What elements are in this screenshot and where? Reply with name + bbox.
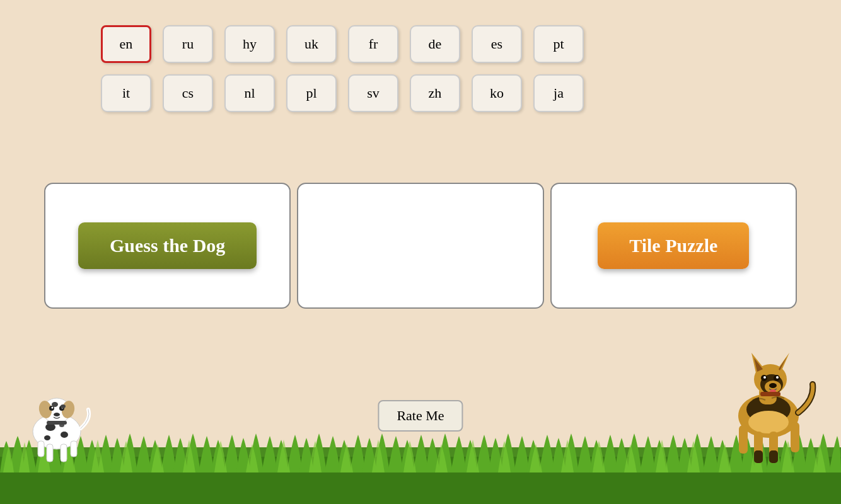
svg-point-9 (52, 407, 54, 409)
svg-rect-37 (760, 392, 780, 396)
lang-btn-nl[interactable]: nl (224, 74, 275, 112)
rate-me-button[interactable]: Rate Me (378, 400, 463, 432)
lang-btn-sv[interactable]: sv (348, 74, 398, 112)
dog-german-shepherd (721, 340, 822, 466)
svg-rect-18 (71, 441, 77, 457)
game-panel-center (297, 183, 543, 309)
lang-btn-fr[interactable]: fr (348, 25, 398, 63)
svg-rect-15 (47, 444, 53, 462)
svg-point-32 (763, 376, 766, 379)
game-panels: Guess the Dog Tile Puzzle (41, 183, 800, 309)
svg-point-3 (44, 435, 50, 440)
svg-rect-19 (47, 421, 67, 425)
svg-point-35 (769, 383, 777, 388)
svg-marker-30 (779, 357, 787, 370)
lang-btn-hy[interactable]: hy (224, 25, 275, 63)
svg-point-13 (52, 402, 58, 407)
language-row-2: itcsnlplsvzhkoja (101, 74, 740, 112)
game-panel-left: Guess the Dog (44, 183, 291, 309)
svg-point-22 (748, 411, 789, 433)
svg-rect-42 (739, 425, 748, 454)
lang-btn-cs[interactable]: cs (163, 74, 213, 112)
lang-btn-es[interactable]: es (472, 25, 522, 63)
svg-point-34 (776, 376, 779, 379)
game-panel-right: Tile Puzzle (550, 183, 797, 309)
dog-dalmatian (19, 372, 95, 460)
lang-btn-ko[interactable]: ko (472, 74, 522, 112)
lang-btn-ja[interactable]: ja (533, 74, 584, 112)
svg-point-14 (61, 404, 66, 408)
lang-btn-pt[interactable]: pt (533, 25, 584, 63)
lang-btn-de[interactable]: de (410, 25, 460, 63)
guess-the-dog-button[interactable]: Guess the Dog (78, 222, 257, 269)
svg-rect-41 (769, 450, 778, 463)
lang-btn-pl[interactable]: pl (286, 74, 337, 112)
lang-btn-uk[interactable]: uk (286, 25, 337, 63)
tile-puzzle-button[interactable]: Tile Puzzle (598, 222, 749, 269)
svg-point-2 (61, 432, 68, 438)
svg-rect-17 (38, 441, 44, 457)
lang-btn-ru[interactable]: ru (163, 25, 213, 63)
svg-rect-43 (791, 422, 799, 452)
svg-rect-16 (61, 444, 67, 462)
grass-background (0, 422, 841, 504)
lang-btn-en[interactable]: en (101, 25, 151, 63)
lang-btn-it[interactable]: it (101, 74, 151, 112)
lang-btn-zh[interactable]: zh (410, 74, 460, 112)
language-section: enruhyukfrdeespt itcsnlplsvzhkoja (101, 25, 740, 123)
language-row-1: enruhyukfrdeespt (101, 25, 740, 63)
svg-rect-40 (754, 450, 763, 463)
svg-point-12 (54, 413, 60, 416)
